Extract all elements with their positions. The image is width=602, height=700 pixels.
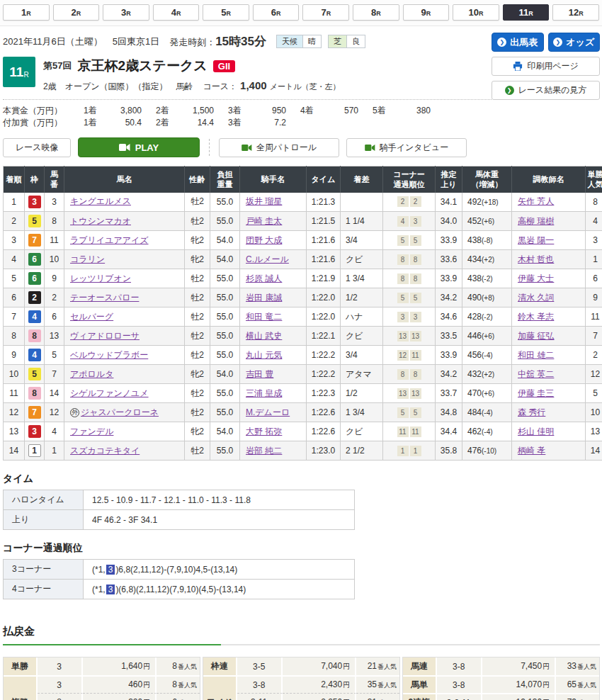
finish-position: 5 (4, 269, 25, 288)
jockey-name-link[interactable]: 横山 武史 (246, 331, 282, 341)
jockey-name-link[interactable]: 坂井 瑠星 (246, 196, 282, 206)
jockey-name-link[interactable]: 岩部 純二 (246, 446, 282, 456)
horse-name-link[interactable]: テーオースパロー (70, 293, 139, 303)
race-tab-6r[interactable]: 6R (253, 4, 300, 21)
race-tab-7r[interactable]: 7R (302, 4, 349, 21)
corner-order-text: (*1, (92, 585, 106, 594)
estimated-agari: 34.8 (436, 403, 462, 422)
horse-name-cell: レッツリブオン (64, 269, 185, 288)
horse-name-link[interactable]: アポロルタ (70, 369, 113, 379)
trainer-name-link[interactable]: 矢作 芳人 (518, 196, 554, 206)
trainer-name-link[interactable]: 杉山 佳明 (518, 427, 554, 436)
corner-positions: 43 (383, 212, 436, 231)
results-column-header: 馬名 (64, 166, 185, 193)
trainer-name-link[interactable]: 森 秀行 (518, 407, 545, 417)
tab-number-label: 1 (21, 7, 26, 18)
corner-position-badge: 12 (397, 350, 409, 361)
payout-amount: 19,130円 (482, 693, 557, 700)
odds-button[interactable]: ❯ オッズ (548, 33, 601, 52)
jockey-name-link[interactable]: M.デムーロ (246, 407, 290, 417)
race-tab-11r[interactable]: 11R (503, 4, 550, 21)
trainer-name-link[interactable]: 黒岩 陽一 (518, 235, 554, 245)
win-popularity: 4 (586, 212, 602, 231)
horse-name-link[interactable]: レッツリブオン (70, 273, 131, 283)
horse-name-link[interactable]: トウシンマカオ (70, 216, 131, 226)
waku-cell: 7 (25, 231, 45, 250)
trainer-name-link[interactable]: 加藤 征弘 (518, 331, 554, 341)
corner-positions: 88 (383, 250, 436, 269)
jockey-name-link[interactable]: 大野 拓弥 (246, 427, 282, 436)
horse-name-link[interactable]: ラブリイユアアイズ (70, 235, 149, 245)
trainer-name-link[interactable]: 高柳 瑞樹 (518, 216, 554, 226)
race-tab-8r[interactable]: 8R (353, 4, 399, 21)
print-button[interactable]: 印刷用ページ (492, 57, 600, 76)
estimated-agari: 34.2 (436, 365, 462, 384)
jockey-name-link[interactable]: C.ルメール (246, 254, 289, 264)
jockey-interview-button[interactable]: 騎手インタビュー (346, 138, 467, 157)
race-number-suffix: R (23, 71, 28, 79)
prize-place: 5着 (373, 105, 395, 117)
body-weight-diff: (+2) (482, 371, 494, 378)
waku-cell: 4 (25, 346, 45, 365)
waku-badge: 3 (28, 425, 41, 438)
shutsuba-button[interactable]: ❯ 出馬表 (492, 33, 544, 52)
waku-cell: 5 (25, 212, 45, 231)
horse-name-link[interactable]: キングエルメス (70, 196, 131, 206)
yen-suffix: 円 (143, 681, 150, 689)
tab-suffix-label: R (579, 10, 584, 17)
jockey-name-link[interactable]: 三浦 皇成 (246, 388, 282, 398)
race-tab-4r[interactable]: 4R (153, 4, 200, 21)
body-weight: 446(+6) (462, 327, 512, 346)
jockey-cell: 団野 大成 (240, 231, 307, 250)
corner-position-badge: 8 (397, 369, 409, 380)
corner3-value: (*1,3)6,8(2,11,12)-(7,9,10)4,5-(13,14) (84, 560, 355, 580)
corner-position-badge: 1 (410, 446, 421, 456)
corner-position-badge: 8 (410, 273, 421, 284)
trainer-cell: 木村 哲也 (512, 250, 586, 269)
jockey-cell: C.ルメール (240, 250, 307, 269)
jockey-name-link[interactable]: 和田 竜二 (246, 312, 282, 322)
trainer-name-link[interactable]: 伊藤 圭三 (518, 388, 554, 398)
horse-name-link[interactable]: セルバーグ (70, 312, 113, 322)
jockey-name-link[interactable]: 岩田 康誠 (246, 293, 282, 303)
trainer-name-link[interactable]: 和田 雄二 (518, 350, 554, 360)
waku-cell: 3 (25, 193, 45, 212)
agari-label: 上り (4, 510, 84, 530)
horse-name-link[interactable]: ベルウッドブラボー (70, 350, 148, 360)
horse-name-link[interactable]: コラリン (70, 254, 105, 264)
trainer-name-link[interactable]: 清水 久詞 (518, 293, 554, 303)
trainer-name-link[interactable]: 木村 哲也 (518, 254, 554, 264)
race-tab-12r[interactable]: 12R (552, 4, 599, 21)
trainer-name-link[interactable]: 柄崎 孝 (518, 446, 545, 456)
race-tab-2r[interactable]: 2R (53, 4, 100, 21)
horse-name-link[interactable]: シゲルファンノユメ (70, 388, 149, 398)
bet-type-label: 複勝 (4, 675, 38, 700)
jockey-name-link[interactable]: 団野 大成 (246, 235, 282, 245)
trainer-name-link[interactable]: 鈴木 孝志 (518, 312, 554, 322)
race-tab-1r[interactable]: 1R (3, 4, 50, 21)
payout-section-title: 払戻金 (3, 625, 600, 645)
finish-time: 1:21.5 (307, 212, 341, 231)
horse-name-link[interactable]: ジャスパークローネ (81, 407, 159, 417)
play-button[interactable]: PLAY (78, 137, 200, 157)
jockey-name-link[interactable]: 杉原 誠人 (246, 273, 282, 283)
horse-name-link[interactable]: ヴィアドロローサ (70, 331, 140, 341)
win-popularity: 14 (586, 441, 602, 461)
race-tab-5r[interactable]: 5R (203, 4, 249, 21)
race-tab-10r[interactable]: 10R (453, 4, 499, 21)
jockey-name-link[interactable]: 吉田 豊 (246, 369, 273, 379)
waku-badge: 2 (28, 291, 41, 304)
corner4-label: 4コーナー (4, 580, 84, 599)
trainer-name-link[interactable]: 伊藤 大士 (518, 273, 554, 283)
horse-name-link[interactable]: スズカコテキタイ (70, 446, 140, 456)
race-tab-3r[interactable]: 3R (103, 4, 149, 21)
jockey-name-link[interactable]: 戸崎 圭太 (246, 216, 282, 226)
patrol-video-button[interactable]: 全周パトロール (219, 138, 339, 157)
horse-name-link[interactable]: ファンデル (70, 427, 113, 436)
jockey-name-link[interactable]: 丸山 元気 (246, 350, 282, 360)
trainer-name-link[interactable]: 中舘 英二 (518, 369, 554, 379)
result-guide-label: レース結果の見方 (518, 84, 587, 96)
race-tab-9r[interactable]: 9R (403, 4, 450, 21)
result-guide-button[interactable]: ❯ レース結果の見方 (492, 81, 600, 100)
race-tab-bar: 1R2R3R4R5R6R7R8R9R10R11R12R (0, 0, 602, 26)
